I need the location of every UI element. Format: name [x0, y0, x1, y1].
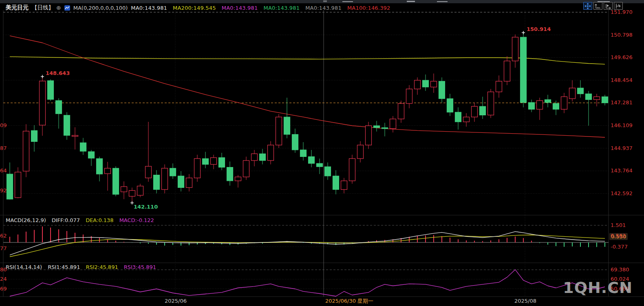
chart-header: 美元日元 【日线】 ⊕ MA(0,200,0,0,0,100) MA0:143.… [0, 3, 644, 12]
rsi-value: RSI1:45.891 [48, 264, 80, 270]
rsi-value: RSI2:45.891 [86, 264, 118, 270]
macd-value: DEA:0.138 [86, 217, 114, 223]
clipped-left-axis-tick: 80 [0, 266, 8, 273]
ma-value: MA0:143.981 [222, 5, 258, 11]
rsi-legend: RSI(14,14,14)RSI1:45.891RSI2:45.891RSI3:… [6, 264, 156, 270]
x-axis-month-label: 2025/06 [165, 298, 187, 304]
ma-legend: MA0:143.981MA200:149.545MA0:143.981MA0:1… [131, 5, 390, 11]
clipped-left-axis-tick: 92 [0, 187, 8, 194]
clipped-left-axis-tick: 62 [0, 233, 8, 239]
price-annotation: 150.914 [527, 26, 551, 32]
price-axis-tick: 144.937 [611, 145, 633, 151]
clipped-left-axis-tick: 77 [0, 245, 8, 251]
pan-crosshair-icon[interactable] [583, 2, 592, 10]
macd-value: MACD(26,12,9) [6, 217, 46, 223]
ma-value: MA0:143.981 [131, 5, 167, 11]
price-annotation: 142.110 [134, 204, 158, 210]
period-selector[interactable]: 【日线】 [32, 4, 54, 11]
price-axis-icon[interactable] [593, 2, 602, 10]
price-axis-tick: 150.798 [611, 32, 633, 38]
price-axis-tick: 149.626 [611, 54, 633, 60]
clipped-left-axis-tick: 69 [0, 286, 8, 292]
price-axis-tick: 142.592 [611, 190, 633, 196]
rsi-value: RSI(14,14,14) [6, 264, 42, 270]
price-axis-tick: 147.281 [611, 99, 633, 106]
clipped-left-axis-tick: 24 [0, 276, 8, 282]
brand-watermark: 1QH.CN [563, 279, 633, 297]
macd-legend: MACD(26,12,9)DIFF:0.077DEA:0.138MACD:-0.… [6, 217, 154, 223]
macd-axis-tick: 1.501 [611, 222, 626, 228]
mini-chart-icon[interactable] [64, 5, 70, 11]
rsi-value: RSI3:45.891 [124, 264, 156, 270]
macd-axis-tick: 0.562 [611, 233, 626, 239]
add-indicator-icon[interactable]: ⊕ [56, 4, 61, 11]
clipped-left-axis-tick: 87 [0, 145, 8, 151]
chart-canvas[interactable] [0, 0, 644, 306]
macd-axis-tick: -0.377 [611, 244, 628, 250]
rsi-axis-tick: 69.380 [611, 266, 629, 273]
symbol-title: 美元日元 [6, 4, 29, 11]
price-axis-tick: 146.109 [611, 122, 633, 128]
macd-value: DIFF:0.077 [52, 217, 80, 223]
ma-settings-label[interactable]: MA(0,200,0,0,0,100) [73, 5, 128, 11]
macd-value: MACD:-0.122 [119, 217, 154, 223]
ma-value: MA100:146.392 [347, 5, 390, 11]
price-annotation: 148.643 [46, 70, 70, 76]
clipped-left-axis-tick: 64 [0, 167, 8, 174]
price-axis-tick: 143.764 [611, 167, 633, 174]
ma-value: MA0:143.981 [305, 5, 342, 11]
ma-value: MA0:143.981 [263, 5, 300, 11]
x-axis-month-label: 2025/08 [514, 298, 536, 304]
price-axis-tick: 148.454 [611, 77, 633, 83]
crosshair-date-label: 2025/06/30 星期一 [325, 298, 373, 304]
ma-value: MA200:149.545 [173, 5, 216, 11]
price-axis-tick: 151.970 [611, 9, 633, 15]
clipped-left-axis-tick: 09 [0, 122, 8, 128]
